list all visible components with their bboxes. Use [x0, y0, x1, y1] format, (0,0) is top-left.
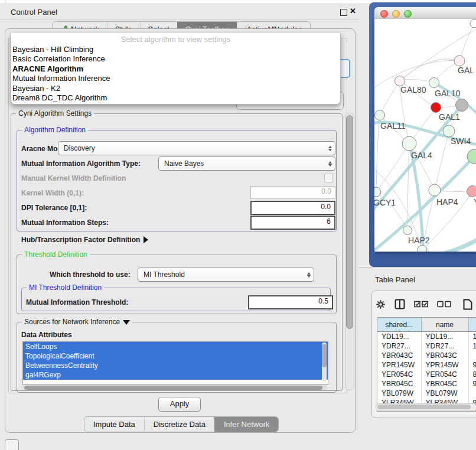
attributes-horizontal-scrollbar[interactable] — [23, 385, 327, 390]
dropdown-option[interactable]: ARACNE Algorithm — [11, 64, 340, 74]
table-row[interactable]: YPR145WYPR145W9. — [377, 360, 476, 370]
scrollbar-thumb[interactable] — [377, 405, 471, 409]
table-panel-title: Table Panel — [375, 275, 415, 284]
tab-impute-data[interactable]: Impute Data — [84, 417, 144, 432]
floating-button-partial[interactable] — [5, 439, 19, 450]
network-node-gal[interactable] — [454, 56, 465, 66]
dropdown-option[interactable]: Basic Correlation Inference — [11, 54, 340, 64]
table-cell[interactable]: YBR045C — [421, 379, 468, 389]
table-cell[interactable]: YPR145W — [421, 360, 468, 370]
table-cell[interactable]: YDR27... — [421, 341, 468, 351]
network-node-y[interactable] — [467, 186, 476, 197]
zoom-traffic-light[interactable] — [404, 10, 412, 18]
table-cell[interactable]: 8. — [468, 370, 476, 379]
network-node-gal80[interactable] — [395, 76, 405, 86]
network-node[interactable] — [418, 245, 427, 252]
attribute-list-item[interactable]: TopologicalCoefficient — [23, 351, 328, 361]
mi-type-combo[interactable]: Naive Bayes — [158, 156, 335, 171]
aracne-mode-combo[interactable]: Discovery — [58, 141, 335, 155]
table-row[interactable]: YBR043CYBR043C — [377, 351, 476, 360]
dropdown-placeholder: Select algorithm to view settings — [11, 33, 340, 45]
scrollbar-thumb[interactable] — [346, 115, 353, 329]
network-window-titlebar[interactable] — [374, 7, 476, 19]
table-cell[interactable]: YBL079W — [377, 389, 421, 398]
tab-label: Infer Network — [224, 420, 269, 429]
table-cell[interactable]: 9. — [468, 379, 476, 389]
tab-infer-network[interactable]: Infer Network — [214, 417, 278, 432]
table-horizontal-scrollbar[interactable] — [376, 403, 476, 411]
hub-section-toggle[interactable]: Hub/Transcription Factor Definition — [21, 236, 148, 244]
select-all-checkboxes-icon[interactable] — [414, 301, 428, 308]
mi-steps-input[interactable]: 6 — [250, 216, 335, 230]
deselect-all-checkboxes-icon[interactable] — [437, 301, 451, 308]
node-label: HAP2 — [408, 236, 430, 245]
table-cell[interactable]: YBR043C — [377, 351, 421, 360]
network-canvas[interactable]: GALGAL80GAL10GAL1GAL11SWI4GAL4GCY1HAP4YH… — [374, 19, 476, 252]
network-node[interactable] — [456, 99, 468, 112]
table-row[interactable]: YBL079WYBL079W — [377, 389, 476, 398]
node-label: HAP4 — [436, 197, 458, 207]
node-label: GAL — [458, 66, 474, 75]
table-cell[interactable]: YBR043C — [421, 351, 468, 360]
gear-icon[interactable] — [376, 299, 386, 309]
network-node-hap4[interactable] — [429, 184, 441, 196]
mi-type-value: Naive Bayes — [159, 159, 325, 168]
tab-discretize-data[interactable]: Discretize Data — [144, 417, 214, 432]
dropdown-option[interactable]: Dream8 DC_TDC Algorithm — [11, 93, 340, 103]
manual-kernel-checkbox[interactable] — [324, 174, 333, 182]
network-node-gal4[interactable] — [402, 136, 416, 151]
column-header-partial[interactable] — [468, 318, 476, 332]
scrollbar-thumb[interactable] — [322, 344, 327, 367]
apply-button[interactable]: Apply — [158, 397, 201, 412]
network-node-gcy1[interactable] — [374, 187, 381, 197]
attributes-vertical-scrollbar[interactable] — [322, 343, 327, 381]
settings-vertical-scrollbar[interactable] — [345, 113, 354, 390]
attribute-list-item[interactable]: SelfLoops — [23, 342, 328, 351]
dropdown-option[interactable]: Bayesian - Hill Climbing — [11, 45, 340, 54]
attribute-list-item[interactable]: gal4RGexp — [23, 370, 328, 380]
table-row[interactable]: YDR27...YDR27...12 — [377, 341, 476, 351]
table-cell[interactable]: 13 — [468, 332, 476, 342]
column-header-shared-name[interactable]: shared... — [377, 318, 421, 332]
column-header-name[interactable]: name — [421, 318, 468, 332]
network-node-swi4[interactable] — [443, 125, 455, 137]
float-panel-icon[interactable] — [340, 9, 347, 16]
data-attributes-list[interactable]: SelfLoopsTopologicalCoefficientBetweenne… — [22, 341, 328, 385]
table-cell[interactable]: YDL19... — [377, 332, 421, 342]
table-cell[interactable]: YER054C — [377, 370, 421, 379]
dropdown-option[interactable]: Mutual Information Inference — [11, 74, 340, 83]
scrollbar-thumb[interactable] — [24, 386, 322, 390]
close-traffic-light[interactable] — [380, 10, 388, 18]
network-node-gal1[interactable] — [431, 103, 441, 113]
network-node-hap2[interactable] — [403, 226, 412, 235]
kernel-width-input[interactable]: 0.0 — [250, 186, 335, 199]
table-cell[interactable]: 9. — [468, 360, 476, 370]
mi-threshold-input[interactable]: 0.5 — [248, 295, 333, 309]
dropdown-option[interactable]: Bayesian - K2 — [11, 84, 340, 93]
network-node[interactable] — [470, 19, 476, 28]
table-cell[interactable] — [468, 389, 476, 398]
table-cell[interactable]: YER054C — [421, 370, 468, 379]
sources-legend[interactable]: Sources for Network Inference — [22, 318, 132, 326]
table-cell[interactable]: YBR045C — [377, 379, 421, 389]
table-cell[interactable]: YBL079W — [421, 389, 468, 398]
table-cell[interactable]: YPR145W — [377, 360, 421, 370]
split-columns-icon[interactable] — [395, 299, 405, 309]
node-label: GAL11 — [380, 121, 406, 131]
network-node-gal11[interactable] — [375, 110, 385, 120]
document-icon-partial[interactable] — [463, 299, 472, 310]
attribute-list-item[interactable]: BetweennessCentrality — [23, 361, 328, 370]
table-cell[interactable] — [468, 351, 476, 360]
which-threshold-combo[interactable]: MI Threshold — [138, 268, 314, 282]
node-table[interactable]: shared... name YDL19...YDL19...13YDR27..… — [377, 317, 476, 412]
table-row[interactable]: YDL19...YDL19...13 — [377, 332, 476, 342]
table-row[interactable]: YER054CYER054C8. — [377, 370, 476, 379]
dpi-tolerance-input[interactable]: 0.0 — [250, 201, 335, 215]
table-row[interactable]: YBR045CYBR045C9. — [377, 379, 476, 389]
close-icon[interactable]: ✕ — [350, 6, 356, 15]
table-cell[interactable]: YDL19... — [421, 332, 468, 342]
minimize-traffic-light[interactable] — [392, 10, 400, 18]
network-node-gal10[interactable] — [429, 78, 439, 88]
table-cell[interactable]: YDR27... — [377, 341, 421, 351]
table-cell[interactable]: 12 — [468, 341, 476, 351]
